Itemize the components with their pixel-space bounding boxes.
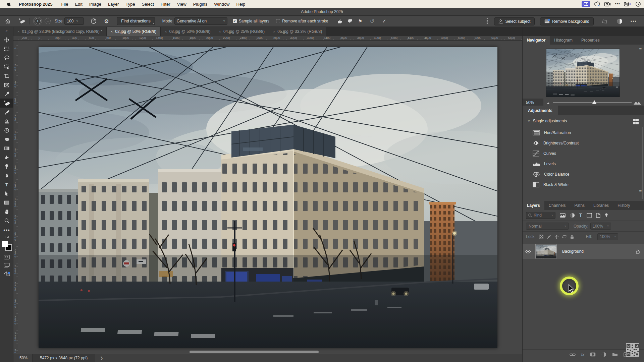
tool-preset-spot-heal-icon[interactable] bbox=[17, 18, 27, 24]
toolbar-expand-icon[interactable]: » bbox=[0, 27, 13, 35]
horizontal-scrollbar[interactable] bbox=[190, 351, 319, 353]
tab-adjustments[interactable]: Adjustments bbox=[523, 106, 558, 115]
tab-history[interactable]: History bbox=[613, 201, 634, 210]
new-adjustment-layer-icon[interactable] bbox=[601, 352, 606, 357]
lock-transparency-icon[interactable] bbox=[539, 235, 543, 239]
menu-file[interactable]: File bbox=[58, 2, 71, 7]
menu-window[interactable]: Window bbox=[211, 2, 233, 7]
tab-navigator[interactable]: Navigator bbox=[523, 36, 550, 45]
filter-adjustment-layers-icon[interactable] bbox=[570, 213, 575, 218]
ruler-left[interactable]: 0200400600800100012001400160018002000220… bbox=[13, 41, 18, 354]
layer-visibility-toggle[interactable] bbox=[523, 244, 534, 259]
menu-edit[interactable]: Edit bbox=[71, 2, 86, 7]
undo-icon[interactable]: ↺ bbox=[367, 18, 377, 24]
color-swatches[interactable] bbox=[2, 241, 12, 251]
filter-pixel-layers-icon[interactable] bbox=[560, 213, 566, 218]
remove-after-stroke-checkbox[interactable]: Remove after each stroke bbox=[276, 19, 328, 23]
move-tool[interactable] bbox=[0, 35, 13, 44]
thumbs-down-icon[interactable] bbox=[345, 19, 355, 24]
tab-properties[interactable]: Properties bbox=[577, 36, 604, 45]
navigator-thumbnail[interactable] bbox=[546, 49, 620, 97]
gradient-tool[interactable] bbox=[0, 144, 13, 153]
dodge-tool[interactable] bbox=[0, 162, 13, 171]
close-icon[interactable]: × bbox=[273, 29, 275, 34]
size-dropdown[interactable]: 100 ˅ bbox=[64, 17, 84, 25]
link-layers-icon[interactable] bbox=[570, 353, 576, 356]
history-brush-tool[interactable] bbox=[0, 126, 13, 135]
thumbs-up-icon[interactable] bbox=[335, 19, 345, 24]
path-selection-tool[interactable] bbox=[0, 189, 13, 198]
brush-tool[interactable] bbox=[0, 108, 13, 117]
crop-tool[interactable] bbox=[0, 71, 13, 80]
canvas-pasteboard[interactable] bbox=[18, 41, 522, 354]
ruler-origin-corner[interactable] bbox=[13, 36, 18, 41]
add-layer-mask-icon[interactable] bbox=[590, 352, 596, 357]
menu-type[interactable]: Type bbox=[122, 2, 138, 7]
pen-tool[interactable] bbox=[0, 171, 13, 180]
tab-channels[interactable]: Channels bbox=[544, 201, 570, 210]
commit-check-icon[interactable]: ✓ bbox=[379, 18, 389, 24]
menu-filter[interactable]: Filter bbox=[157, 2, 174, 7]
contrast-circle-icon[interactable] bbox=[614, 18, 625, 24]
quick-mask-icon[interactable] bbox=[0, 255, 13, 259]
select-subject-button[interactable]: Select subject bbox=[494, 17, 535, 25]
menubar-app-name[interactable]: Photoshop 2025 bbox=[16, 2, 55, 7]
lock-image-icon[interactable] bbox=[547, 235, 551, 239]
filter-type-layers-icon[interactable]: T bbox=[579, 213, 582, 218]
layer-row-background[interactable]: Background bbox=[523, 244, 644, 259]
swap-colors-icon[interactable] bbox=[0, 235, 13, 239]
tab-paths[interactable]: Paths bbox=[570, 201, 589, 210]
window-titlebar[interactable]: Adobe Photoshop 2025 bbox=[0, 8, 644, 16]
status-zoom-field[interactable]: 50% bbox=[13, 356, 32, 360]
menu-view[interactable]: View bbox=[174, 2, 190, 7]
adjustment-color-balance[interactable]: Color Balance bbox=[523, 169, 644, 179]
layer-name[interactable]: Background bbox=[562, 249, 636, 254]
marquee-tool[interactable] bbox=[0, 44, 13, 53]
zoom-slider-thumb[interactable] bbox=[592, 100, 597, 104]
edit-toolbar-icon[interactable]: ••• bbox=[0, 227, 13, 233]
sample-all-layers-checkbox[interactable]: ✓ Sample all layers bbox=[233, 19, 269, 23]
screen-mode-icon[interactable] bbox=[0, 263, 13, 267]
status-chevron-icon[interactable]: ❯ bbox=[95, 356, 103, 360]
close-icon[interactable]: × bbox=[17, 29, 19, 34]
creative-cloud-icon[interactable] bbox=[594, 1, 600, 7]
doc-tab-02[interactable]: × 02.jpg @ 50% (RGB/8) bbox=[107, 27, 161, 36]
layer-effects-icon[interactable]: fx bbox=[581, 352, 584, 357]
menu-plugins[interactable]: Plugins bbox=[190, 2, 211, 7]
share-express-icon[interactable] bbox=[0, 271, 13, 276]
fill-field[interactable]: 100% ˅ bbox=[597, 233, 618, 240]
filter-shape-layers-icon[interactable] bbox=[587, 213, 592, 218]
clock-icon[interactable] bbox=[636, 2, 641, 7]
lock-position-icon[interactable] bbox=[554, 235, 559, 239]
adjustment-black-white[interactable]: Black & White bbox=[523, 179, 644, 190]
tab-histogram[interactable]: Histogram bbox=[550, 36, 577, 45]
eraser-tool[interactable] bbox=[0, 135, 13, 144]
menu-select[interactable]: Select bbox=[139, 2, 157, 7]
doc-tab-01[interactable]: × 01.jpg @ 33.3% (Background copy, RGB/8… bbox=[13, 27, 107, 36]
smudge-tool[interactable] bbox=[0, 153, 13, 162]
brush-subtract-mode-button[interactable]: − bbox=[45, 18, 51, 24]
lock-artboard-icon[interactable] bbox=[562, 235, 567, 239]
tab-libraries[interactable]: Libraries bbox=[589, 201, 613, 210]
control-center-icon[interactable] bbox=[624, 2, 632, 6]
more-options-icon[interactable]: ••• bbox=[629, 19, 639, 24]
close-icon[interactable]: × bbox=[165, 29, 167, 34]
frame-tool[interactable] bbox=[0, 80, 13, 89]
ruler-top[interactable]: 2000200400600800100012001400160018002000… bbox=[18, 36, 522, 41]
eyedropper-tool[interactable] bbox=[0, 89, 13, 99]
menu-layer[interactable]: Layer bbox=[105, 2, 122, 7]
single-adjustments-group[interactable]: ˅ Single adjustments bbox=[523, 115, 644, 125]
home-icon[interactable] bbox=[3, 19, 13, 24]
clone-stamp-tool[interactable] bbox=[0, 117, 13, 126]
remove-background-button[interactable]: Remove background bbox=[540, 17, 594, 25]
hand-tool[interactable] bbox=[0, 207, 13, 216]
doc-tab-04[interactable]: × 04.jpg @ 25% (RGB/8) bbox=[215, 27, 269, 36]
blend-mode-dropdown[interactable]: Normal ˅ bbox=[526, 223, 569, 230]
type-tool[interactable]: T bbox=[0, 180, 13, 189]
tab-layers[interactable]: Layers bbox=[523, 201, 544, 210]
adjustment-levels[interactable]: Levels bbox=[523, 159, 644, 169]
screen-share-icon[interactable] bbox=[582, 1, 590, 7]
adjustment-curves[interactable]: Curves bbox=[523, 148, 644, 159]
layer-locked-icon[interactable] bbox=[636, 249, 640, 254]
flag-icon[interactable]: ⚑ bbox=[355, 18, 365, 24]
